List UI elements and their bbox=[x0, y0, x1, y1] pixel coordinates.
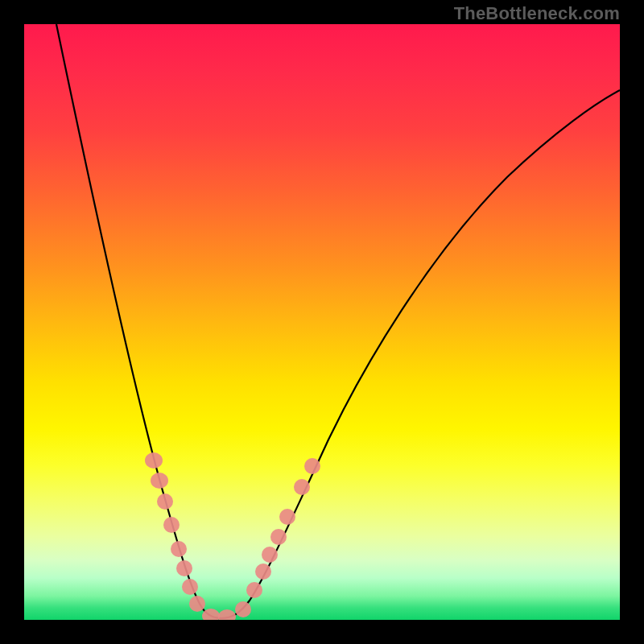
bottleneck-curve bbox=[24, 24, 620, 620]
watermark-text: TheBottleneck.com bbox=[454, 3, 620, 24]
svg-point-9 bbox=[218, 609, 236, 620]
svg-point-10 bbox=[235, 601, 251, 617]
dot-group bbox=[145, 452, 320, 620]
svg-point-6 bbox=[182, 579, 198, 595]
svg-point-3 bbox=[163, 517, 180, 533]
svg-point-13 bbox=[262, 547, 278, 563]
svg-point-11 bbox=[246, 582, 262, 598]
svg-point-16 bbox=[294, 479, 310, 495]
svg-point-0 bbox=[145, 452, 163, 469]
svg-point-12 bbox=[255, 564, 271, 580]
svg-point-14 bbox=[270, 529, 287, 545]
svg-point-15 bbox=[279, 509, 295, 525]
plot-area bbox=[24, 24, 620, 620]
svg-point-1 bbox=[151, 473, 168, 489]
svg-point-17 bbox=[304, 458, 320, 474]
curve-path bbox=[56, 24, 620, 618]
svg-point-7 bbox=[189, 596, 205, 612]
svg-point-2 bbox=[157, 493, 173, 510]
chart-frame: TheBottleneck.com bbox=[0, 0, 644, 644]
svg-point-4 bbox=[171, 541, 187, 557]
svg-point-5 bbox=[176, 560, 192, 576]
